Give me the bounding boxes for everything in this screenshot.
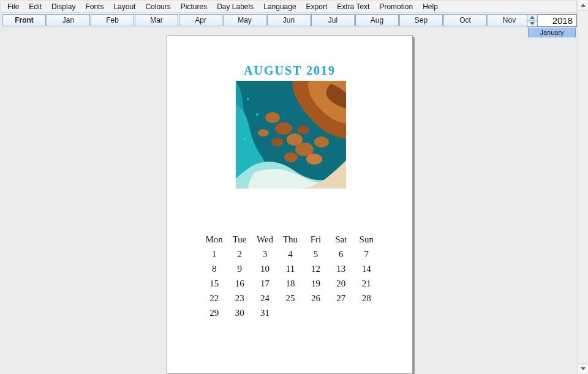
cal-day: 27: [328, 291, 353, 305]
cal-day: 15: [202, 276, 227, 291]
svg-point-8: [258, 129, 269, 137]
cal-day: 28: [354, 291, 379, 305]
cal-day: 20: [328, 276, 353, 291]
cal-day: 25: [277, 291, 303, 305]
menu-extra-text[interactable]: Extra Text: [332, 1, 374, 12]
btn-apr[interactable]: Apr: [179, 14, 222, 26]
cal-day: 16: [227, 276, 252, 291]
chevron-down-icon: [581, 367, 586, 370]
day-header-sun: Sun: [354, 232, 379, 247]
menu-export[interactable]: Export: [301, 1, 333, 12]
scroll-track[interactable]: [578, 11, 588, 363]
btn-sep[interactable]: Sep: [399, 14, 443, 26]
cal-day: 24: [252, 291, 277, 305]
day-header-mon: Mon: [202, 232, 227, 247]
svg-point-6: [284, 152, 298, 162]
chevron-up-icon: [581, 4, 586, 7]
cal-day: [277, 305, 303, 320]
cal-day: [328, 305, 353, 320]
cal-day: 14: [354, 261, 379, 276]
btn-jun[interactable]: Jun: [267, 14, 311, 26]
menu-colours[interactable]: Colours: [140, 1, 175, 12]
cal-day: 10: [252, 261, 277, 276]
year-up-button[interactable]: [527, 15, 537, 21]
day-header-tue: Tue: [227, 232, 252, 247]
cal-day: 17: [252, 276, 277, 291]
menu-help[interactable]: Help: [418, 1, 443, 12]
calendar-grid: Mon Tue Wed Thu Fri Sat Sun 1 2 3 4 5 6 …: [202, 232, 379, 320]
btn-mar[interactable]: Mar: [135, 14, 178, 26]
chevron-up-icon: [530, 16, 535, 19]
beach-photo-icon: [236, 81, 346, 189]
cal-day: 5: [303, 247, 328, 261]
day-header-wed: Wed: [252, 232, 277, 247]
cal-day: 6: [328, 247, 353, 261]
cal-day: [303, 305, 328, 320]
menu-edit[interactable]: Edit: [24, 1, 47, 12]
table-row: 29 30 31: [202, 305, 379, 320]
chevron-down-icon: [530, 22, 535, 25]
svg-point-13: [244, 138, 246, 140]
year-spinner: 2018: [527, 14, 577, 27]
btn-jul[interactable]: Jul: [311, 14, 355, 26]
cal-day: 29: [202, 305, 227, 320]
cal-day: 7: [354, 247, 379, 261]
menu-display[interactable]: Display: [47, 1, 80, 12]
svg-point-1: [265, 112, 280, 123]
svg-point-10: [314, 137, 329, 148]
menu-pictures[interactable]: Pictures: [176, 1, 212, 12]
svg-point-7: [306, 154, 322, 165]
cal-day: 31: [252, 305, 277, 320]
month-toolbar: Front Jan Feb Mar Apr May Jun Jul Aug Se…: [1, 13, 577, 28]
cal-day: 3: [252, 247, 277, 261]
btn-front[interactable]: Front: [2, 14, 46, 26]
cal-day: 21: [354, 276, 379, 291]
btn-nov[interactable]: Nov: [488, 14, 531, 26]
day-header-sat: Sat: [328, 232, 353, 247]
table-row: 1 2 3 4 5 6 7: [202, 247, 379, 261]
btn-feb[interactable]: Feb: [91, 14, 134, 26]
table-row: 8 9 10 11 12 13 14: [202, 261, 379, 276]
cal-day: 8: [202, 261, 227, 276]
cal-day: [354, 305, 379, 320]
cal-day: 2: [227, 247, 252, 261]
btn-oct[interactable]: Oct: [443, 14, 487, 26]
btn-may[interactable]: May: [223, 14, 266, 26]
svg-point-11: [247, 98, 249, 100]
year-down-button[interactable]: [527, 21, 537, 26]
calendar-page[interactable]: AUGUST 2019: [167, 36, 413, 374]
svg-point-5: [295, 143, 314, 156]
current-month-label[interactable]: January: [528, 28, 576, 37]
menu-promotion[interactable]: Promotion: [374, 1, 418, 12]
vertical-scrollbar[interactable]: [578, 0, 588, 374]
menu-layout[interactable]: Layout: [108, 1, 140, 12]
cal-day: 9: [227, 261, 252, 276]
cal-day: 22: [202, 291, 227, 305]
day-header-fri: Fri: [303, 232, 328, 247]
cal-day: 4: [277, 247, 303, 261]
btn-aug[interactable]: Aug: [355, 14, 399, 26]
cal-day: 11: [277, 261, 303, 276]
cal-day: 26: [303, 291, 328, 305]
day-headers: Mon Tue Wed Thu Fri Sat Sun: [202, 232, 379, 247]
btn-jan[interactable]: Jan: [47, 14, 90, 26]
cal-day: 30: [227, 305, 252, 320]
calendar-photo[interactable]: [236, 81, 346, 189]
svg-point-2: [275, 122, 292, 135]
table-row: 22 23 24 25 26 27 28: [202, 291, 379, 305]
svg-point-12: [256, 113, 258, 116]
menu-file[interactable]: File: [2, 1, 24, 12]
svg-point-9: [297, 125, 309, 134]
cal-day: 18: [277, 276, 303, 291]
cal-day: 1: [202, 247, 227, 261]
scroll-down-button[interactable]: [578, 363, 588, 374]
cal-day: 13: [328, 261, 353, 276]
menubar: File Edit Display Fonts Layout Colours P…: [1, 1, 577, 13]
table-row: 15 16 17 18 19 20 21: [202, 276, 379, 291]
scroll-up-button[interactable]: [578, 0, 588, 11]
menu-language[interactable]: Language: [258, 1, 301, 12]
menu-fonts[interactable]: Fonts: [80, 1, 108, 12]
year-value[interactable]: 2018: [538, 14, 577, 27]
cal-day: 12: [303, 261, 328, 276]
menu-day-labels[interactable]: Day Labels: [212, 1, 258, 12]
